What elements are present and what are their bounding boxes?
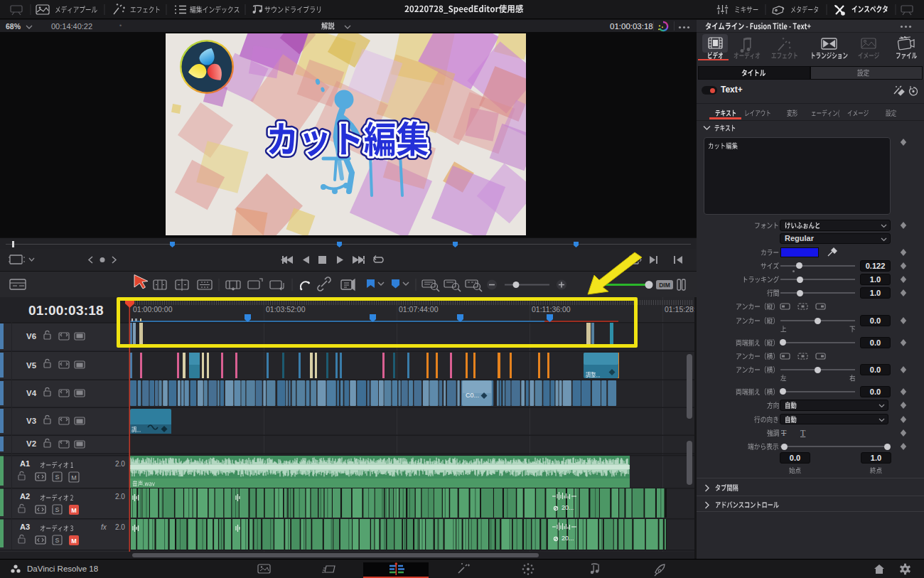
svg-text:S: S [55, 537, 59, 544]
svg-text:DIM: DIM [659, 282, 670, 289]
svg-text:M: M [71, 537, 77, 545]
svg-text:M: M [71, 474, 77, 481]
svg-text:S: S [55, 473, 59, 481]
svg-text:M: M [71, 507, 77, 514]
svg-text:S: S [55, 506, 59, 513]
